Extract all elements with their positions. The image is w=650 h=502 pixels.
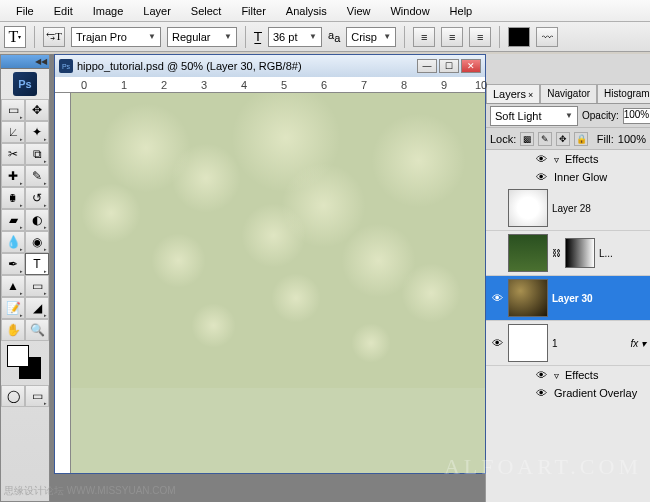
menu-image[interactable]: Image [85, 2, 132, 20]
layer-name[interactable]: 1 [552, 338, 558, 349]
maximize-button[interactable]: ☐ [439, 59, 459, 73]
layer-row[interactable]: 👁 1 fx ▾ [486, 321, 650, 366]
gradient-tool-icon[interactable]: ◐▸ [25, 209, 49, 231]
text-color-swatch[interactable] [508, 27, 530, 47]
blend-mode-dropdown[interactable]: Soft Light▼ [490, 106, 578, 126]
layer-thumbnail[interactable] [508, 279, 548, 317]
effect-gradient-overlay[interactable]: 👁Gradient Overlay [486, 384, 650, 402]
document-window: Ps hippo_tutorial.psd @ 50% (Layer 30, R… [54, 54, 486, 474]
move-tool-icon[interactable]: ✥ [25, 99, 49, 121]
mask-thumbnail[interactable] [565, 238, 595, 268]
font-style-dropdown[interactable]: Regular▼ [167, 27, 237, 47]
minimize-button[interactable]: — [417, 59, 437, 73]
toolbox: ◀◀ Ps ▭▸ ✥ ⟀▸ ✦▸ ✂ ⧉▸ ✚▸ ✎▸ ⧯▸ ↺▸ ▰▸ ◐▸ … [0, 54, 50, 502]
document-titlebar[interactable]: Ps hippo_tutorial.psd @ 50% (Layer 30, R… [55, 55, 485, 77]
layer-thumbnail[interactable] [508, 189, 548, 227]
layer-row[interactable]: Layer 28 [486, 186, 650, 231]
lock-label: Lock: [490, 133, 516, 145]
toolbox-header[interactable]: ◀◀ [1, 55, 49, 69]
zoom-tool-icon[interactable]: 🔍 [25, 319, 49, 341]
layer-name[interactable]: L... [599, 248, 613, 259]
foreground-swatch[interactable] [7, 345, 29, 367]
menu-bar: File Edit Image Layer Select Filter Anal… [0, 0, 650, 22]
crop-tool-icon[interactable]: ✂ [1, 143, 25, 165]
wand-tool-icon[interactable]: ✦▸ [25, 121, 49, 143]
fx-badge[interactable]: fx ▾ [630, 338, 646, 349]
lock-pixels-icon[interactable]: ✎ [538, 132, 552, 146]
menu-edit[interactable]: Edit [46, 2, 81, 20]
fill-field[interactable]: 100% [618, 133, 646, 145]
quickmask-icon[interactable]: ◯ [1, 385, 25, 407]
menu-view[interactable]: View [339, 2, 379, 20]
stamp-tool-icon[interactable]: ⧯▸ [1, 187, 25, 209]
layer-thumbnail[interactable] [508, 234, 548, 272]
opacity-field[interactable]: 100% [623, 108, 650, 124]
lasso-tool-icon[interactable]: ⟀▸ [1, 121, 25, 143]
ruler-vertical[interactable] [55, 93, 71, 473]
document-icon: Ps [59, 59, 73, 73]
menu-file[interactable]: File [8, 2, 42, 20]
eraser-tool-icon[interactable]: ▰▸ [1, 209, 25, 231]
visibility-toggle[interactable]: 👁 [490, 292, 504, 304]
lock-position-icon[interactable]: ✥ [556, 132, 570, 146]
pen-tool-icon[interactable]: ✒▸ [1, 253, 25, 275]
lock-all-icon[interactable]: 🔒 [574, 132, 588, 146]
align-left-icon[interactable]: ≡ [413, 27, 435, 47]
ruler-horizontal[interactable]: 0 1 2 3 4 5 6 7 8 9 10 [55, 77, 485, 93]
menu-filter[interactable]: Filter [233, 2, 273, 20]
photoshop-badge: Ps [13, 72, 37, 96]
layer-list: 👁▿ Effects 👁Inner Glow Layer 28 ⛓ L... 👁… [486, 150, 650, 502]
menu-select[interactable]: Select [183, 2, 230, 20]
brush-tool-icon[interactable]: ✎▸ [25, 165, 49, 187]
font-family-dropdown[interactable]: Trajan Pro▼ [71, 27, 161, 47]
menu-analysis[interactable]: Analysis [278, 2, 335, 20]
fill-label: Fill: [597, 133, 614, 145]
menu-window[interactable]: Window [382, 2, 437, 20]
align-right-icon[interactable]: ≡ [469, 27, 491, 47]
font-size-dropdown[interactable]: 36 pt▼ [268, 27, 322, 47]
heal-tool-icon[interactable]: ✚▸ [1, 165, 25, 187]
layer-row[interactable]: ⛓ L... [486, 231, 650, 276]
antialias-dropdown[interactable]: Crisp▼ [346, 27, 396, 47]
hand-tool-icon[interactable]: ✋ [1, 319, 25, 341]
watermark-right: ALFOART.COM [444, 454, 642, 480]
close-button[interactable]: ✕ [461, 59, 481, 73]
align-center-icon[interactable]: ≡ [441, 27, 463, 47]
notes-tool-icon[interactable]: 📝▸ [1, 297, 25, 319]
layer-name[interactable]: Layer 30 [552, 293, 593, 304]
menu-layer[interactable]: Layer [135, 2, 179, 20]
type-tool-icon[interactable]: T▸ [25, 253, 49, 275]
tab-navigator[interactable]: Navigator [540, 84, 597, 103]
shape-tool-icon[interactable]: ▭▸ [25, 275, 49, 297]
tab-layers[interactable]: Layers× [486, 84, 540, 103]
path-select-icon[interactable]: ▲▸ [1, 275, 25, 297]
tab-histogram[interactable]: Histogram [597, 84, 650, 103]
menu-help[interactable]: Help [442, 2, 481, 20]
blur-tool-icon[interactable]: 💧▸ [1, 231, 25, 253]
link-icon: ⛓ [552, 248, 561, 258]
font-size-icon: T̲ [254, 29, 262, 45]
canvas[interactable] [71, 93, 485, 473]
antialias-icon: aa [328, 29, 340, 44]
document-title: hippo_tutorial.psd @ 50% (Layer 30, RGB/… [77, 60, 302, 72]
color-swatches[interactable] [1, 341, 49, 385]
watermark-left: 思缘设计论坛 WWW.MISSYUAN.COM [4, 484, 176, 498]
active-tool-indicator[interactable]: T▾ [4, 26, 26, 48]
slice-tool-icon[interactable]: ⧉▸ [25, 143, 49, 165]
effects-group[interactable]: 👁▿ Effects [486, 366, 650, 384]
warp-text-icon[interactable]: 〰 [536, 27, 558, 47]
orientation-toggle-icon[interactable]: ⥃T [43, 27, 65, 47]
eyedropper-icon[interactable]: ◢▸ [25, 297, 49, 319]
layer-name[interactable]: Layer 28 [552, 203, 591, 214]
history-brush-icon[interactable]: ↺▸ [25, 187, 49, 209]
visibility-toggle[interactable]: 👁 [490, 337, 504, 349]
effects-group[interactable]: 👁▿ Effects [486, 150, 650, 168]
layer-thumbnail[interactable] [508, 324, 548, 362]
screenmode-icon[interactable]: ▭▸ [25, 385, 49, 407]
effect-inner-glow[interactable]: 👁Inner Glow [486, 168, 650, 186]
lock-transparency-icon[interactable]: ▩ [520, 132, 534, 146]
dodge-tool-icon[interactable]: ◉▸ [25, 231, 49, 253]
marquee-tool-icon[interactable]: ▭▸ [1, 99, 25, 121]
opacity-label: Opacity: [582, 110, 619, 121]
layer-row[interactable]: 👁 Layer 30 [486, 276, 650, 321]
